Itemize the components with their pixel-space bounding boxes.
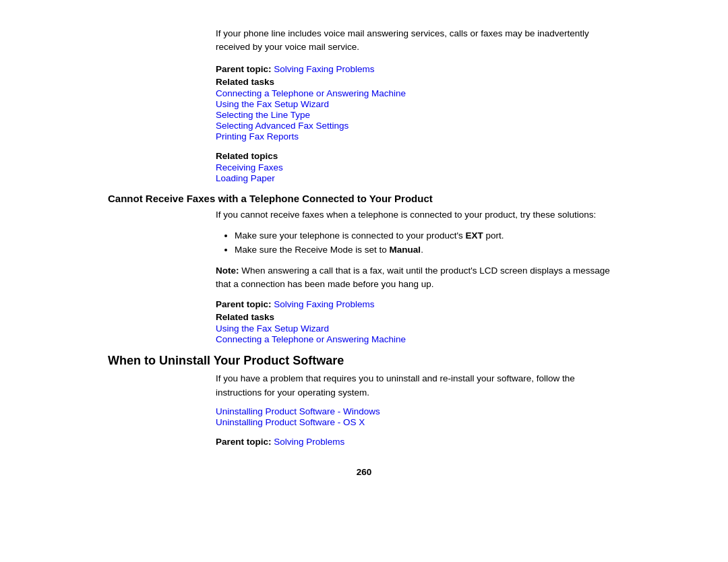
bullet-item-2: Make sure the Receive Mode is set to Man… [235, 243, 620, 257]
top-related-task-link-1[interactable]: Connecting a Telephone or Answering Mach… [216, 88, 620, 98]
top-related-topic-link-2[interactable]: Loading Paper [216, 173, 620, 183]
cannot-receive-related-task-link-1[interactable]: Using the Fax Setup Wizard [216, 323, 620, 334]
cannot-receive-related-tasks-label: Related tasks [216, 312, 620, 322]
page-footer: 260 [108, 467, 620, 477]
top-related-tasks-links: Connecting a Telephone or Answering Mach… [216, 88, 620, 142]
uninstall-parent-topic-link[interactable]: Solving Problems [274, 437, 344, 447]
cannot-receive-bullets: Make sure your telephone is connected to… [228, 228, 620, 257]
top-related-task-link-5[interactable]: Printing Fax Reports [216, 131, 620, 142]
page-container: If your phone line includes voice mail a… [0, 0, 728, 562]
top-related-task-link-4[interactable]: Selecting Advanced Fax Settings [216, 121, 620, 131]
bullet-item-1: Make sure your telephone is connected to… [235, 228, 620, 243]
cannot-receive-parent-topic-line: Parent topic: Solving Faxing Problems [216, 299, 620, 309]
top-related-task-link-2[interactable]: Using the Fax Setup Wizard [216, 99, 620, 109]
cannot-receive-body: If you cannot receive faxes when a telep… [216, 208, 620, 222]
top-parent-topic-link[interactable]: Solving Faxing Problems [274, 64, 374, 74]
cannot-receive-related-task-link-2[interactable]: Connecting a Telephone or Answering Mach… [216, 334, 620, 344]
uninstall-heading: When to Uninstall Your Product Software [108, 354, 620, 368]
top-related-task-link-3[interactable]: Selecting the Line Type [216, 110, 620, 120]
content-area: If your phone line includes voice mail a… [108, 27, 620, 477]
uninstall-parent-topic-line: Parent topic: Solving Problems [216, 437, 620, 447]
note-body: When answering a call that is a fax, wai… [216, 266, 610, 289]
cannot-receive-heading: Cannot Receive Faxes with a Telephone Co… [108, 193, 620, 204]
note-label: Note: [216, 266, 239, 276]
top-related-tasks-label: Related tasks [216, 77, 620, 87]
cannot-receive-parent-topic-link[interactable]: Solving Faxing Problems [274, 299, 374, 309]
top-parent-topic-line: Parent topic: Solving Faxing Problems [216, 64, 620, 74]
cannot-receive-note: Note: When answering a call that is a fa… [216, 264, 620, 292]
uninstall-link-osx[interactable]: Uninstalling Product Software - OS X [216, 417, 620, 427]
uninstall-parent-topic-label: Parent topic: [216, 437, 272, 447]
page-number: 260 [357, 467, 372, 477]
top-related-topic-link-1[interactable]: Receiving Faxes [216, 162, 620, 173]
top-related-topics-links: Receiving Faxes Loading Paper [216, 162, 620, 183]
top-related-topics-label: Related topics [216, 151, 620, 161]
uninstall-links: Uninstalling Product Software - Windows … [216, 406, 620, 427]
uninstall-link-windows[interactable]: Uninstalling Product Software - Windows [216, 406, 620, 416]
cannot-receive-parent-topic-label: Parent topic: [216, 299, 272, 309]
uninstall-body: If you have a problem that requires you … [216, 372, 620, 400]
top-parent-topic-label: Parent topic: [216, 64, 272, 74]
cannot-receive-related-tasks-links: Using the Fax Setup Wizard Connecting a … [216, 323, 620, 344]
top-intro-text: If your phone line includes voice mail a… [216, 27, 620, 55]
